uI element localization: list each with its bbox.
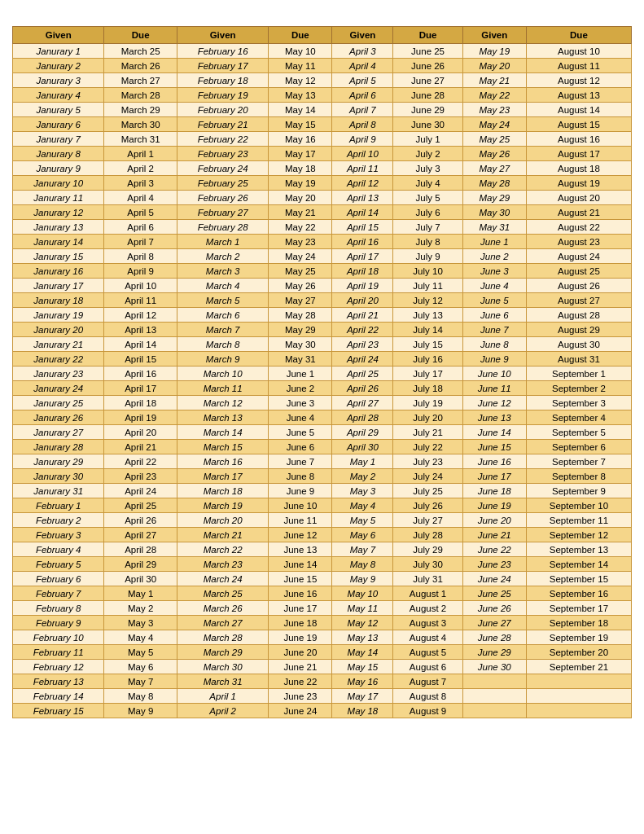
table-row: Janurary 6March 30February 21May 15April… <box>13 117 632 132</box>
table-cell: June 24 <box>462 572 526 586</box>
table-cell: May 4 <box>332 498 393 513</box>
table-cell: March 1 <box>177 235 268 249</box>
table-cell: June 11 <box>269 513 332 528</box>
table-cell: May 14 <box>332 645 393 660</box>
table-cell: April 10 <box>104 279 177 293</box>
table-cell: June 5 <box>269 425 332 440</box>
table-row: February 7May 1March 25June 16May 10Augu… <box>13 586 632 601</box>
table-cell: April 19 <box>104 410 177 425</box>
table-cell: September 5 <box>526 425 631 440</box>
table-cell: August 13 <box>526 88 631 103</box>
table-cell: March 27 <box>104 73 177 88</box>
table-cell: June 21 <box>462 528 526 542</box>
table-cell: April 16 <box>104 367 177 381</box>
table-cell: April 11 <box>104 293 177 308</box>
table-row: Janurary 8April 1February 23May 17April … <box>13 147 632 161</box>
table-cell: June 15 <box>269 572 332 586</box>
table-cell: Janurary 10 <box>13 176 104 191</box>
table-cell: Janurary 25 <box>13 396 104 410</box>
table-cell: April 9 <box>104 264 177 279</box>
table-cell: Janurary 18 <box>13 293 104 308</box>
table-cell: May 22 <box>269 220 332 235</box>
table-row: Janurary 28April 21March 15June 6April 3… <box>13 440 632 454</box>
table-cell: July 19 <box>393 396 462 410</box>
table-cell: June 19 <box>462 498 526 513</box>
table-cell: February 28 <box>177 220 268 235</box>
table-cell: February 13 <box>13 674 104 689</box>
table-cell: June 28 <box>393 88 462 103</box>
table-cell: May 31 <box>269 352 332 367</box>
table-row: February 3April 27March 21June 12May 6Ju… <box>13 528 632 542</box>
table-cell: Janurary 27 <box>13 425 104 440</box>
table-cell: July 7 <box>393 220 462 235</box>
table-cell: March 28 <box>104 88 177 103</box>
table-cell: August 16 <box>526 132 631 147</box>
table-cell: June 3 <box>269 396 332 410</box>
table-cell: June 6 <box>462 308 526 323</box>
table-cell: May 29 <box>269 323 332 337</box>
table-cell: June 30 <box>393 117 462 132</box>
table-cell: July 16 <box>393 352 462 367</box>
table-cell: May 19 <box>269 176 332 191</box>
table-cell: June 9 <box>462 352 526 367</box>
column-header: Due <box>526 27 631 44</box>
table-cell <box>526 674 631 689</box>
table-cell: Janurary 31 <box>13 484 104 498</box>
table-cell: March 25 <box>177 586 268 601</box>
table-cell: May 17 <box>269 147 332 161</box>
table-cell: August 31 <box>526 352 631 367</box>
table-cell: May 31 <box>462 220 526 235</box>
table-cell: February 17 <box>177 59 268 73</box>
table-cell: June 22 <box>462 542 526 557</box>
table-cell: February 24 <box>177 161 268 176</box>
table-cell <box>462 689 526 704</box>
table-cell: April 28 <box>104 542 177 557</box>
table-row: Janurary 23April 16March 10June 1April 2… <box>13 367 632 381</box>
table-row: Janurary 24April 17March 11June 2April 2… <box>13 381 632 396</box>
table-cell: September 11 <box>526 513 631 528</box>
table-cell: June 7 <box>269 454 332 469</box>
table-cell: April 2 <box>104 161 177 176</box>
table-cell: May 8 <box>332 557 393 572</box>
table-cell: June 21 <box>269 660 332 674</box>
table-cell: May 12 <box>332 616 393 630</box>
table-cell: June 24 <box>269 704 332 718</box>
table-cell: June 11 <box>462 381 526 396</box>
table-cell: March 17 <box>177 469 268 484</box>
table-cell: Janurary 1 <box>13 44 104 59</box>
table-cell: June 15 <box>462 440 526 454</box>
table-cell: August 11 <box>526 59 631 73</box>
table-cell: July 6 <box>393 205 462 220</box>
table-cell: Janurary 14 <box>13 235 104 249</box>
table-cell: April 21 <box>104 440 177 454</box>
table-cell: May 24 <box>269 249 332 264</box>
table-cell: August 3 <box>393 616 462 630</box>
table-row: February 4April 28March 22June 13May 7Ju… <box>13 542 632 557</box>
table-row: Janurary 2March 26February 17May 11April… <box>13 59 632 73</box>
table-row: Janurary 5March 29February 20May 14April… <box>13 103 632 117</box>
table-cell: Janurary 6 <box>13 117 104 132</box>
table-cell: August 28 <box>526 308 631 323</box>
table-cell: August 21 <box>526 205 631 220</box>
table-cell: May 6 <box>332 528 393 542</box>
table-cell: May 28 <box>462 176 526 191</box>
table-cell: April 27 <box>332 396 393 410</box>
table-cell: August 7 <box>393 674 462 689</box>
table-cell: March 31 <box>177 674 268 689</box>
table-cell: August 26 <box>526 279 631 293</box>
table-cell: July 8 <box>393 235 462 249</box>
table-cell: Janurary 11 <box>13 191 104 205</box>
table-cell: June 20 <box>269 645 332 660</box>
table-cell: February 14 <box>13 689 104 704</box>
table-cell: May 6 <box>104 660 177 674</box>
table-cell: April 2 <box>177 704 268 718</box>
table-cell: Janurary 23 <box>13 367 104 381</box>
table-cell: August 14 <box>526 103 631 117</box>
table-cell: March 6 <box>177 308 268 323</box>
table-cell: March 24 <box>177 572 268 586</box>
table-cell: April 15 <box>104 352 177 367</box>
table-cell: March 31 <box>104 132 177 147</box>
table-row: February 9May 3March 27June 18May 12Augu… <box>13 616 632 630</box>
table-cell: February 3 <box>13 528 104 542</box>
table-cell: April 29 <box>104 557 177 572</box>
